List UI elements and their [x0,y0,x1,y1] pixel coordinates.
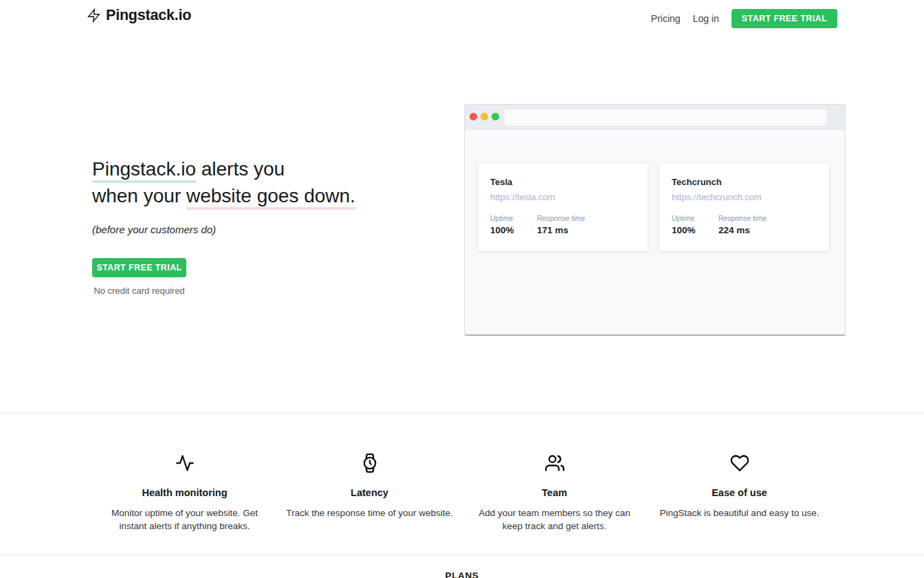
uptime-stat: Uptime 100% [490,214,537,235]
uptime-stat: Uptime 100% [672,214,718,235]
feature-team: Team Add your team members so they can k… [462,453,647,533]
zap-icon [87,8,101,23]
features-divider [0,413,924,414]
users-icon [462,453,647,475]
browser-titlebar [465,105,845,130]
site-url: https://techcrunch.com [672,192,817,202]
monitor-card-techcrunch: Techcrunch https://techcrunch.com Uptime… [659,164,829,251]
brand-logo[interactable]: Pingstack.io [87,7,191,24]
hero-headline: Pingstack.io alerts youwhen your website… [92,156,450,209]
feature-description: Add your team members so they can keep t… [469,506,641,533]
watch-icon [277,453,462,475]
headline-highlight-down: website goes down. [186,185,355,210]
uptime-value: 100% [490,225,537,235]
monitor-card-tesla: Tesla https://tesla.com Uptime 100% Resp… [478,164,648,251]
site-url: https://tesla.com [490,192,635,202]
hero-section: Pingstack.io alerts youwhen your website… [92,156,450,296]
browser-mockup: Tesla https://tesla.com Uptime 100% Resp… [464,104,846,336]
feature-latency: Latency Track the response time of your … [277,453,462,533]
site-name: Tesla [490,177,635,187]
plans-divider [0,555,924,555]
headline-rest-line1: alerts you [196,158,285,180]
hero-fine-print: No credit card required [92,286,186,296]
response-time-stat: Response time 171 ms [537,214,585,235]
response-time-value: 171 ms [537,225,585,235]
feature-title: Latency [277,487,462,498]
landing-page: Pingstack.io Pricing Log in START FREE T… [0,0,924,578]
response-time-stat: Response time 224 ms [718,214,767,235]
nav-link-pricing[interactable]: Pricing [651,13,681,24]
site-name: Techcrunch [672,177,817,187]
hero-subtext: (before your customers do) [92,224,450,235]
plans-section-label: PLANS [0,570,924,578]
activity-icon [92,453,277,475]
fullscreen-dot-icon [492,113,499,120]
close-dot-icon [470,113,477,120]
uptime-label: Uptime [490,214,537,222]
response-time-value: 224 ms [718,225,767,235]
feature-title: Ease of use [647,487,832,498]
header: Pingstack.io Pricing Log in START FREE T… [0,0,924,39]
nav-link-login[interactable]: Log in [693,13,719,24]
feature-ease-of-use: Ease of use PingStack is beautiful and e… [647,453,832,533]
feature-title: Health monitoring [92,487,277,498]
headline-highlight-brand: Pingstack.io [92,158,196,183]
card-stats: Uptime 100% Response time 171 ms [490,214,635,235]
main-nav: Pricing Log in START FREE TRIAL [651,9,837,28]
uptime-value: 100% [672,225,718,235]
browser-url-bar [505,109,826,125]
hero-cta-button[interactable]: START FREE TRIAL [92,258,186,277]
card-stats: Uptime 100% Response time 224 ms [672,214,817,235]
nav-cta-button[interactable]: START FREE TRIAL [732,9,837,28]
response-time-label: Response time [718,214,767,222]
response-time-label: Response time [537,214,585,222]
feature-description: Track the response time of your website. [277,506,462,520]
brand-name: Pingstack.io [106,7,191,24]
heart-icon [647,453,832,475]
headline-prefix-line2: when your [92,185,186,206]
feature-description: PingStack is beautiful and easy to use. [647,506,832,520]
feature-description: Monitor uptime of your website. Get inst… [97,506,273,533]
features-row: Health monitoring Monitor uptime of your… [92,453,832,533]
feature-title: Team [462,487,647,498]
minimize-dot-icon [481,113,488,120]
uptime-label: Uptime [672,214,718,222]
feature-health-monitoring: Health monitoring Monitor uptime of your… [92,453,277,533]
hero-cta-wrap: START FREE TRIAL No credit card required [92,258,186,296]
